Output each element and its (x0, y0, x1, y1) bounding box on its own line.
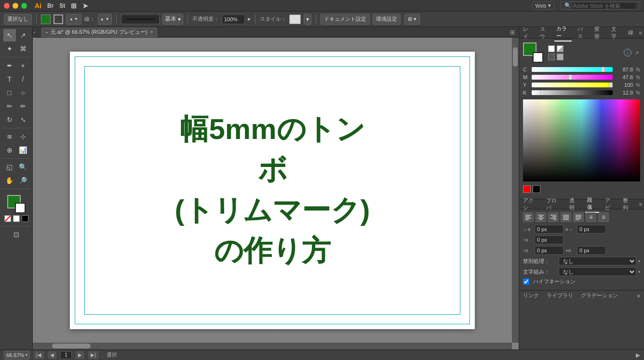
align-right-btn[interactable] (548, 212, 559, 222)
stroke-box[interactable] (533, 52, 543, 63)
prev-page-btn[interactable]: |◀ (34, 351, 44, 359)
minimize-button[interactable] (13, 3, 18, 9)
kinsoku-select[interactable]: なし (559, 257, 636, 265)
traffic-lights[interactable] (4, 3, 27, 9)
color-spectrum[interactable] (523, 99, 640, 181)
free-transform-tool[interactable]: ⊹ (17, 130, 29, 143)
vertical-scrollbar-thumb[interactable] (513, 47, 518, 67)
library-label[interactable]: ライブラリ (547, 292, 573, 299)
opacity-input[interactable] (222, 14, 245, 24)
web-menu[interactable]: Web ▾ (532, 1, 554, 10)
info-button[interactable]: i (624, 49, 631, 56)
vertical-scrollbar[interactable] (512, 38, 519, 343)
bridge-icon[interactable]: Br (47, 2, 54, 9)
gradation-label[interactable]: グラデーション (581, 292, 618, 299)
next-page-btn[interactable]: ▶| (88, 351, 98, 359)
scale-tool[interactable]: ⤡ (17, 113, 29, 126)
pencil-tool[interactable]: ✏ (17, 100, 29, 112)
ellipse-tool[interactable]: ○ (17, 86, 29, 99)
tab-item[interactable]: • 元.ai* @ 66.67% (RGB/GPU プレビュー) × (41, 28, 157, 37)
send-icon[interactable]: ➤ (82, 2, 88, 10)
horizontal-scrollbar-thumb[interactable] (52, 344, 91, 348)
artboard-tool[interactable]: ⊡ (10, 228, 23, 241)
align-left-btn[interactable] (523, 212, 534, 222)
expand-panels-icon[interactable]: ⊞ (510, 29, 515, 36)
fill-color-swatch[interactable] (41, 14, 51, 24)
bottom-links-menu[interactable]: ≡ (637, 293, 640, 299)
adobe-stock-search[interactable]: 🔍 (560, 1, 640, 10)
align-justify-btn[interactable] (561, 212, 571, 222)
direct-select-tool[interactable]: ↗ (17, 29, 29, 42)
zoom-select[interactable]: 66.67% ▾ (4, 351, 30, 360)
stock-search-input[interactable] (573, 3, 636, 9)
black-swatch[interactable] (22, 215, 28, 222)
panel-menu-icon[interactable]: ≡ (639, 30, 642, 36)
prev-btn[interactable]: ◀ (48, 351, 56, 359)
pen-tool[interactable]: ✒ (3, 59, 16, 72)
indent-right-input[interactable] (577, 225, 606, 234)
indent-left-input[interactable] (535, 225, 564, 234)
white-swatch[interactable] (13, 215, 20, 222)
page-input[interactable] (60, 351, 72, 359)
spot-color-icon[interactable] (557, 54, 564, 60)
hyphenation-checkbox[interactable] (523, 278, 529, 285)
align-justify-all-btn[interactable] (573, 212, 584, 222)
anchor-tool[interactable]: + (17, 59, 29, 72)
link-label[interactable]: リンク (523, 292, 539, 299)
space-after-right-input[interactable] (577, 246, 606, 255)
chart-tool[interactable]: 📊 (17, 144, 29, 156)
align-left-justify-btn[interactable]: ≡ (586, 212, 596, 222)
stroke-basic-dropdown[interactable]: 基本 ▾ (162, 14, 183, 25)
cyan-slider[interactable] (532, 67, 613, 72)
rect-tool[interactable]: □ (3, 86, 16, 99)
horizontal-scrollbar[interactable] (33, 343, 512, 349)
shape-builder-tool[interactable]: ⊕ (3, 144, 16, 156)
stroke-color-box[interactable] (15, 203, 26, 213)
tab-close-button[interactable]: × (150, 29, 153, 35)
next-btn[interactable]: ▶ (76, 351, 84, 359)
stroke-weight-button[interactable]: ▲ ▼ (66, 14, 81, 25)
magenta-slider-thumb[interactable] (568, 75, 572, 80)
black-slider-thumb[interactable] (540, 90, 544, 95)
magenta-slider[interactable] (532, 75, 613, 80)
brush-tool[interactable]: ✏ (3, 100, 16, 112)
lasso-tool[interactable]: ⌘ (17, 42, 29, 55)
gradient-tool[interactable]: ◱ (3, 161, 16, 173)
red-swatch[interactable] (523, 185, 531, 193)
line-tool[interactable]: / (17, 73, 29, 85)
none-swatch[interactable] (4, 215, 11, 222)
collapse-panel-btn[interactable]: « (33, 27, 36, 38)
rotate-tool[interactable]: ↻ (3, 113, 16, 126)
align-center-btn[interactable] (536, 212, 546, 222)
toolbar-extra-button[interactable]: ⊞ ▾ (404, 14, 420, 25)
expand-panel-button[interactable]: ↗ (633, 49, 640, 56)
hand-tool[interactable]: ✋ (3, 174, 16, 187)
yellow-slider[interactable] (532, 83, 613, 87)
maximize-button[interactable] (21, 3, 27, 9)
space-before-input[interactable] (535, 235, 564, 244)
select-tool[interactable]: ↖ (3, 29, 16, 42)
yellow-slider-thumb[interactable] (609, 83, 613, 87)
warp-tool[interactable]: ≋ (3, 130, 16, 143)
black-swatch[interactable] (533, 185, 540, 193)
gradient-icon[interactable] (557, 45, 564, 52)
zoom-tool[interactable]: 🔎 (17, 174, 29, 187)
grid-icon[interactable]: ⊞ (71, 2, 77, 10)
bottom-panel-menu-icon[interactable]: ≡ (639, 201, 642, 207)
align-right-justify-btn[interactable]: ≡ (598, 212, 609, 222)
none-color-icon[interactable] (548, 54, 555, 60)
close-button[interactable] (4, 3, 10, 9)
style-dropdown[interactable]: ▾ (304, 14, 311, 25)
eyedropper-tool[interactable]: 🔍 (17, 161, 29, 173)
opacity-arrow[interactable]: ▶ (248, 17, 251, 21)
doc-settings-button[interactable]: ドキュメント設定 (321, 14, 370, 25)
stock-icon[interactable]: St (59, 2, 65, 9)
style-swatch[interactable] (289, 14, 301, 24)
stroke-style-select[interactable]: ▲ ▼ (98, 14, 112, 25)
stroke-color-swatch[interactable] (54, 14, 63, 24)
tab-stroke[interactable]: 線 (626, 28, 635, 37)
type-tool[interactable]: T (3, 73, 16, 85)
space-after-input[interactable] (535, 246, 564, 255)
black-slider[interactable] (532, 90, 613, 95)
mojikumi-select[interactable]: なし (559, 267, 636, 276)
